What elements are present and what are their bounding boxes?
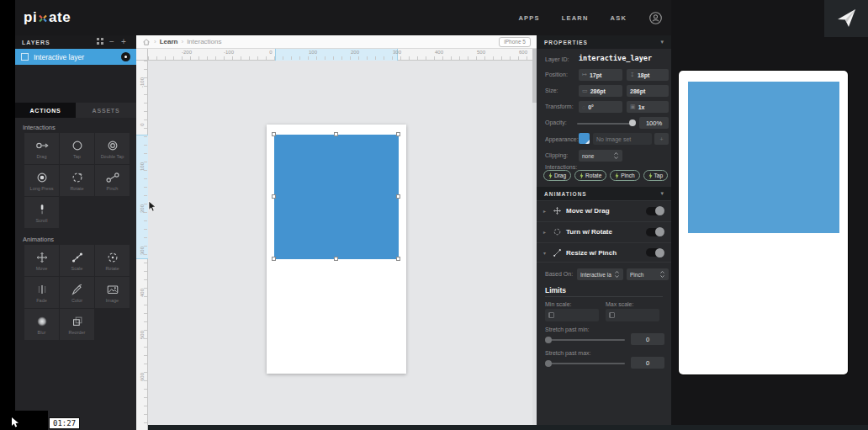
remove-layer-button[interactable]: − [106, 36, 118, 48]
chevron-down-icon[interactable]: ▾ [543, 250, 548, 256]
transform-label: Transform: [545, 104, 574, 109]
chevron-down-icon: ▾ [660, 39, 664, 45]
tag-rotate[interactable]: Rotate [574, 170, 606, 181]
size-width-field[interactable]: ▭ 286pt [579, 85, 622, 97]
opacity-slider[interactable] [577, 123, 634, 125]
anim-tile-blur[interactable]: Blur [24, 309, 59, 340]
share-button[interactable] [824, 0, 868, 37]
scale-icon [70, 251, 85, 264]
chevron-right-icon[interactable]: ▸ [543, 208, 548, 214]
action-tile-pinch[interactable]: Pinch [95, 165, 130, 196]
layer-visibility-icon[interactable] [121, 52, 130, 61]
profile-icon[interactable] [648, 11, 663, 25]
min-scale-input[interactable] [545, 309, 599, 321]
tap-icon [70, 139, 85, 152]
stepper-icon [614, 270, 620, 279]
anim-tile-reorder[interactable]: Reorder [60, 309, 94, 340]
stretch-min-slider-knob[interactable] [545, 337, 552, 343]
based-on-event-dropdown[interactable]: Pinch [627, 268, 669, 280]
animations-grid: Move Scale Rotate [24, 245, 130, 340]
image-icon [105, 283, 120, 296]
stretch-max-value[interactable]: 0 [631, 357, 664, 369]
selection-handle-w[interactable] [272, 194, 276, 199]
device-size-button[interactable]: iPhone 5 [499, 37, 531, 47]
anim-row-move-w-drag[interactable]: ▸ Move w/ Drag [537, 200, 671, 220]
properties-panel: PROPERTIES ▾ Layer ID: interactive_layer… [537, 35, 671, 425]
anim-row-resize-w-pinch[interactable]: ▾ Resize w/ Pinch [537, 242, 671, 263]
tag-drag[interactable]: Drag [543, 170, 571, 181]
tag-pinch[interactable]: Pinch [610, 170, 639, 181]
rotation-field[interactable]: ◌ 0° [579, 101, 622, 113]
clipping-dropdown[interactable]: none [579, 150, 622, 162]
toggle-turn-w-rotate[interactable] [646, 228, 664, 236]
artboard[interactable] [267, 125, 406, 374]
action-tile-tap[interactable]: Tap [60, 133, 94, 164]
preview-device-screen [679, 71, 848, 374]
layer-checkbox[interactable] [21, 53, 29, 61]
mouse-cursor-icon [148, 200, 157, 213]
stretch-min-slider[interactable] [547, 339, 625, 341]
tag-tap[interactable]: Tap [643, 170, 668, 181]
anim-tile-color[interactable]: Color [60, 277, 94, 308]
selection-handle-s[interactable] [334, 257, 338, 261]
properties-header[interactable]: PROPERTIES ▾ [537, 35, 671, 49]
selection-handle-n[interactable] [334, 132, 338, 136]
nav-ask[interactable]: ASK [611, 14, 627, 22]
anim-tile-image[interactable]: Image [95, 277, 130, 308]
breadcrumb-interactions[interactable]: Interactions [187, 38, 221, 45]
anim-tile-move[interactable]: Move [24, 245, 59, 276]
vertical-ruler: -100 0 100 200 300 400 500 600 [136, 61, 148, 430]
grid-icon[interactable] [94, 36, 106, 48]
stretch-min-value[interactable]: 0 [631, 333, 664, 345]
stretch-max-slider-knob[interactable] [545, 360, 552, 367]
tab-actions[interactable]: ACTIONS [15, 103, 76, 118]
toggle-resize-w-pinch[interactable] [646, 248, 664, 257]
layer-row-interactive-layer[interactable]: Interactive layer [15, 49, 136, 65]
stepper-icon [659, 270, 665, 279]
animations-header[interactable]: ANIMATIONS ▾ [537, 187, 671, 200]
nav-apps[interactable]: APPS [518, 14, 539, 22]
rotate-gesture-icon [70, 171, 85, 184]
action-tile-double-tap[interactable]: Double Tap [95, 133, 130, 164]
interactive-layer-shape[interactable] [274, 135, 399, 259]
selection-handle-se[interactable] [396, 257, 400, 261]
tab-assets[interactable]: ASSETS [76, 103, 136, 118]
home-icon[interactable] [142, 38, 151, 46]
position-y-field[interactable]: ↧ 18pt [627, 69, 669, 81]
stretch-max-slider[interactable] [547, 363, 625, 364]
video-scrubber-bar[interactable] [148, 425, 868, 430]
image-field[interactable]: No image set [593, 133, 652, 145]
size-height-field[interactable]: 286pt [627, 85, 669, 97]
breadcrumb-learn[interactable]: Learn [160, 38, 178, 45]
opacity-value[interactable]: 100% [639, 117, 669, 129]
scale-field[interactable]: ▣ 1x [627, 101, 669, 113]
logo-text-left: pi [24, 9, 37, 26]
layer-id-value[interactable]: interactive_layer [579, 54, 652, 62]
anim-row-turn-w-rotate[interactable]: ▸ Turn w/ Rotate [537, 221, 671, 242]
action-tile-long-press[interactable]: Long Press [24, 165, 59, 196]
action-tile-scroll[interactable]: Scroll [24, 197, 59, 228]
max-scale-input[interactable] [606, 309, 659, 321]
position-x-field[interactable]: ↦ 17pt [579, 69, 622, 81]
anim-tile-scale[interactable]: Scale [60, 245, 94, 276]
opacity-slider-knob[interactable] [629, 119, 636, 126]
selection-handle-ne[interactable] [396, 132, 400, 136]
add-image-button[interactable]: + [654, 133, 669, 145]
chevron-right-icon[interactable]: ▸ [543, 229, 548, 235]
anim-tile-rotate[interactable]: Rotate [95, 245, 130, 276]
action-tile-drag[interactable]: Drag [24, 133, 59, 164]
toggle-move-w-drag[interactable] [646, 207, 664, 215]
selection-handle-nw[interactable] [272, 132, 276, 136]
selection-handle-e[interactable] [396, 194, 400, 199]
nav-learn[interactable]: LEARN [562, 14, 589, 22]
pixate-logo: pi ate [24, 9, 71, 26]
anim-tile-fade[interactable]: Fade [24, 277, 59, 308]
add-layer-button[interactable]: + [118, 36, 130, 48]
action-tile-rotate[interactable]: Rotate [60, 165, 94, 196]
based-on-layer-dropdown[interactable]: Interactive la [577, 268, 623, 280]
selection-handle-sw[interactable] [272, 257, 276, 261]
player-cursor-icon [11, 417, 21, 428]
move-icon [34, 251, 50, 264]
fill-color-swatch[interactable] [579, 133, 590, 144]
canvas-area[interactable]: › Learn › Interactions iPhone 5 -200 -10… [136, 35, 537, 430]
